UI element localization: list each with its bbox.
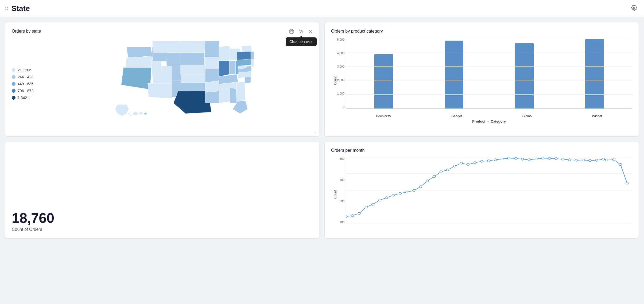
- line-card: Orders per month Count 500 400 300 200: [325, 142, 639, 238]
- legend-item: 706 - 872: [12, 89, 44, 93]
- count-card: 18,760 Count of Orders: [5, 142, 319, 238]
- line-y-label-200: 200: [340, 221, 344, 224]
- svg-point-60: [619, 163, 622, 166]
- map-content: 21 - 206 244 - 423 449 - 635 706 - 872 1…: [12, 38, 313, 130]
- svg-point-37: [467, 163, 470, 166]
- svg-point-38: [474, 162, 476, 164]
- svg-point-41: [494, 159, 497, 161]
- y-label-4000: 4,000: [337, 52, 344, 55]
- svg-point-8: [128, 113, 130, 115]
- legend-dot: [12, 96, 15, 100]
- legend-item: 1,342 +: [12, 96, 44, 100]
- svg-point-46: [528, 159, 530, 161]
- svg-point-61: [626, 182, 629, 184]
- svg-point-20: [351, 215, 354, 217]
- svg-point-30: [419, 186, 422, 188]
- svg-point-0: [633, 7, 635, 9]
- svg-point-52: [568, 159, 571, 161]
- svg-point-21: [358, 212, 360, 215]
- dashboard: Orders by state Clic: [0, 17, 644, 244]
- x-label-gadget: Gadget: [451, 114, 462, 118]
- svg-point-24: [379, 199, 381, 201]
- svg-point-25: [385, 197, 388, 199]
- count-number: 18,760: [12, 210, 54, 226]
- svg-point-53: [575, 159, 578, 161]
- bar-y-labels: 5,000 4,000 3,000 2,000 1,000 0: [334, 38, 344, 109]
- y-label-3000: 3,000: [337, 65, 344, 68]
- map-card-icons: Click behavior: [288, 28, 314, 37]
- legend-dot: [12, 75, 15, 79]
- svg-point-39: [480, 160, 483, 162]
- gear-button[interactable]: [630, 3, 639, 14]
- bar-card-title: Orders by product category: [331, 29, 632, 34]
- svg-point-31: [426, 180, 429, 182]
- x-label-doohickey: Doohickey: [376, 114, 391, 118]
- svg-point-47: [535, 158, 538, 160]
- legend-label: 21 - 206: [18, 68, 31, 72]
- map-legend: 21 - 206 244 - 423 449 - 635 706 - 872 1…: [12, 68, 44, 100]
- x-label-gizmo: Gizmo: [522, 114, 532, 118]
- bar-x-labels: Doohickey Gadget Gizmo Widget: [346, 114, 632, 118]
- svg-point-33: [440, 171, 442, 173]
- svg-point-27: [399, 192, 402, 194]
- svg-point-44: [514, 157, 517, 159]
- legend-label: 244 - 423: [18, 75, 33, 79]
- map-card-title: Orders by state: [12, 29, 313, 34]
- bar-card: Orders by product category Count 5,000 4…: [325, 22, 639, 136]
- y-label-1000: 1,000: [337, 92, 344, 95]
- drag-handle[interactable]: [5, 7, 8, 10]
- legend-item: 244 - 423: [12, 75, 44, 79]
- bar-x-axis-title: Product → Category: [346, 119, 632, 123]
- line-y-labels: 500 400 300 200: [334, 157, 344, 224]
- legend-label: 449 - 635: [18, 82, 33, 86]
- bar-gadget[interactable]: [422, 38, 487, 108]
- bar-doohickey[interactable]: [351, 38, 416, 108]
- svg-point-3: [291, 30, 292, 31]
- legend-item: 449 - 635: [12, 82, 44, 86]
- legend-item: 21 - 206: [12, 68, 44, 72]
- page-title: State: [11, 4, 626, 13]
- svg-point-12: [144, 112, 147, 115]
- close-map-button[interactable]: [307, 28, 314, 36]
- svg-point-29: [413, 189, 415, 192]
- svg-point-19: [346, 216, 347, 218]
- svg-point-40: [487, 160, 490, 162]
- svg-point-56: [595, 159, 598, 161]
- palette-button[interactable]: [288, 28, 295, 37]
- legend-dot: [12, 89, 15, 93]
- x-label-widget: Widget: [592, 114, 602, 118]
- header-bar: State: [0, 0, 644, 17]
- svg-point-57: [602, 158, 605, 160]
- svg-point-48: [542, 157, 544, 159]
- legend-label: 1,342 +: [18, 96, 30, 100]
- cursor-button[interactable]: [297, 28, 305, 37]
- y-label-5000: 5,000: [337, 38, 344, 41]
- bar-widget[interactable]: [562, 38, 627, 108]
- svg-point-43: [507, 157, 510, 159]
- svg-point-59: [612, 159, 615, 161]
- svg-point-55: [589, 159, 591, 162]
- svg-point-4: [292, 31, 293, 32]
- svg-point-2: [290, 31, 291, 32]
- count-label: Count of Orders: [12, 227, 54, 232]
- click-behavior-tooltip: Click behavior: [286, 37, 317, 46]
- svg-point-35: [453, 165, 456, 167]
- line-chart-svg: [346, 157, 632, 224]
- svg-point-22: [365, 206, 367, 208]
- svg-point-34: [446, 169, 449, 171]
- resize-handle-map[interactable]: ⤡: [315, 131, 318, 135]
- bar-chart-bars: [346, 38, 632, 109]
- svg-point-50: [555, 158, 558, 160]
- line-y-label-400: 400: [340, 178, 344, 181]
- svg-point-49: [548, 157, 551, 159]
- svg-point-58: [606, 159, 608, 161]
- svg-point-51: [562, 158, 564, 160]
- legend-dot: [12, 82, 15, 86]
- line-card-title: Orders per month: [331, 148, 632, 153]
- map-card: Orders by state Clic: [5, 22, 319, 136]
- svg-point-42: [501, 158, 503, 160]
- svg-point-9: [130, 115, 132, 116]
- bar-gizmo[interactable]: [492, 38, 557, 108]
- svg-point-36: [460, 162, 463, 164]
- svg-point-28: [406, 191, 408, 193]
